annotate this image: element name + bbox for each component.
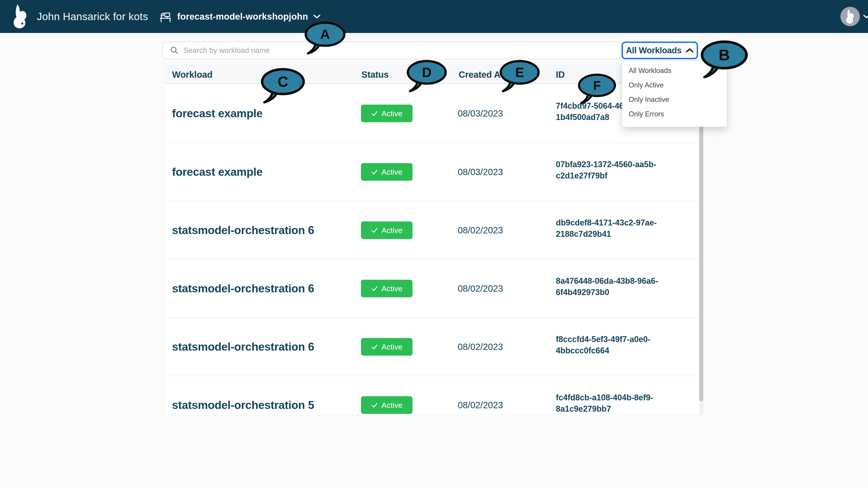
workload-id-line2: 8a1c9e279bb7	[556, 403, 653, 415]
search-box	[162, 41, 621, 59]
status-label: Active	[381, 284, 403, 293]
status-badge: Active	[361, 163, 412, 181]
menu-item-only-inactive[interactable]: Only Inactive	[622, 92, 727, 107]
menu-item-all-workloads[interactable]: All Workloads	[622, 64, 727, 78]
status-label: Active	[381, 168, 403, 176]
workload-id-line2: 4bbccc0fc664	[556, 345, 650, 356]
status-label: Active	[381, 343, 403, 351]
table-row[interactable]: forecast example Active 08/03/2023 07bfa…	[165, 142, 703, 201]
user-avatar	[840, 7, 860, 26]
table-row[interactable]: statsmodel-orchestration 6 Active 08/02/…	[165, 201, 703, 259]
workload-name: forecast example	[172, 107, 263, 120]
workload-id-line1: 8a476448-06da-43b8-96a6-	[556, 275, 658, 287]
created-at: 08/02/2023	[458, 225, 503, 235]
workload-id: 8a476448-06da-43b8-96a6- 6f4b492973b0	[556, 275, 658, 298]
status-badge: Active	[361, 338, 412, 356]
workload-filter-button[interactable]: All Workloads	[622, 41, 698, 59]
workspace-name: forecast-model-workshopjohn	[177, 11, 308, 22]
avatar-rabbit-icon	[844, 9, 856, 24]
workload-id-line1: fc4fd8cb-a108-404b-8ef9-	[556, 392, 653, 403]
workload-id-line1: 07bfa923-1372-4560-aa5b-	[556, 159, 656, 170]
column-header-id: ID	[556, 65, 565, 84]
workload-name: statsmodel-orchestration 6	[172, 224, 314, 237]
workload-id-line2: 2188c7d29b41	[556, 228, 657, 240]
menu-item-only-active[interactable]: Only Active	[622, 78, 727, 92]
status-badge: Active	[361, 105, 412, 122]
workload-id: 07bfa923-1372-4560-aa5b- c2d1e27f79bf	[556, 159, 656, 182]
workload-filter-menu: All Workloads Only Active Only Inactive …	[622, 61, 727, 127]
chevron-up-icon	[686, 48, 694, 53]
workspace-selector[interactable]: forecast-model-workshopjohn	[158, 0, 321, 33]
status-label: Active	[381, 109, 403, 118]
workload-id-line1: db9cdef8-4171-43c2-97ae-	[556, 217, 657, 228]
chevron-down-icon	[313, 14, 321, 19]
search-icon	[170, 46, 179, 55]
created-at: 08/02/2023	[458, 342, 503, 352]
status-badge: Active	[361, 396, 412, 414]
status-label: Active	[381, 226, 403, 235]
check-icon	[371, 110, 378, 117]
status-badge: Active	[361, 280, 412, 297]
table-row[interactable]: statsmodel-orchestration 6 Active 08/02/…	[165, 259, 703, 318]
table-body: forecast example Active 08/03/2023 7f4cb…	[165, 84, 703, 416]
check-icon	[371, 285, 378, 292]
workload-name: statsmodel-orchestration 5	[172, 398, 314, 412]
status-badge: Active	[361, 221, 412, 239]
column-header-workload: Workload	[172, 65, 213, 84]
check-icon	[371, 402, 378, 409]
column-header-status: Status	[362, 65, 389, 84]
search-input[interactable]	[184, 46, 621, 55]
workload-id: db9cdef8-4171-43c2-97ae- 2188c7d29b41	[556, 217, 657, 240]
workload-id: fc4fd8cb-a108-404b-8ef9- 8a1c9e279bb7	[556, 392, 653, 415]
workspace-desk-icon	[158, 9, 172, 24]
filter-button-label: All Workloads	[626, 46, 682, 55]
check-icon	[371, 168, 378, 175]
user-menu[interactable]	[840, 0, 868, 33]
workload-id-line2: c2d1e27f79bf	[556, 170, 656, 182]
table-row[interactable]: statsmodel-orchestration 6 Active 08/02/…	[165, 318, 703, 376]
workload-id: f8cccfd4-5ef3-49f7-a0e0- 4bbccc0fc664	[556, 334, 650, 356]
avatar-chevron-down-icon	[863, 14, 868, 19]
status-label: Active	[381, 401, 403, 410]
workload-id-line2: 6f4b492973b0	[556, 287, 658, 298]
menu-item-only-errors[interactable]: Only Errors	[622, 107, 727, 121]
created-at: 08/02/2023	[458, 400, 503, 410]
column-header-created-at: Created At	[459, 65, 503, 84]
brand-title: John Hansarick for kots	[37, 0, 148, 33]
app-header: John Hansarick for kots forecast-model-w…	[0, 0, 868, 33]
workload-name: statsmodel-orchestration 6	[172, 282, 314, 295]
table-scrollbar-thumb[interactable]	[699, 85, 703, 401]
brand-logo-rabbit-icon	[10, 4, 31, 29]
workload-name: forecast example	[172, 165, 263, 178]
check-icon	[371, 344, 378, 350]
check-icon	[371, 227, 378, 234]
workload-id-line1: f8cccfd4-5ef3-49f7-a0e0-	[556, 334, 650, 345]
created-at: 08/03/2023	[458, 108, 503, 119]
table-row[interactable]: statsmodel-orchestration 5 Active 08/02/…	[165, 376, 703, 416]
created-at: 08/02/2023	[458, 284, 503, 294]
workload-name: statsmodel-orchestration 6	[172, 340, 314, 353]
created-at: 08/03/2023	[458, 167, 503, 177]
